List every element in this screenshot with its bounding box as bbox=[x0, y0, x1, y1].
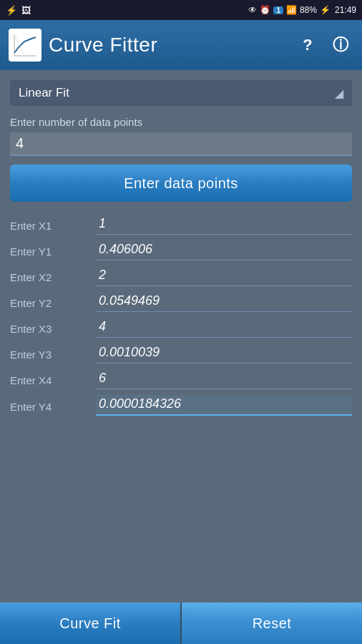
num-points-container[interactable] bbox=[10, 132, 352, 156]
field-label-1: Enter Y1 bbox=[10, 245, 96, 260]
field-input-2[interactable] bbox=[99, 268, 349, 283]
eye-icon: 👁 bbox=[248, 5, 257, 15]
fit-type-label: Linear Fit bbox=[19, 86, 69, 100]
field-input-container-0[interactable] bbox=[96, 215, 352, 235]
field-row: Enter X3 bbox=[10, 318, 352, 339]
field-input-0[interactable] bbox=[99, 216, 349, 231]
curve-fit-button[interactable]: Curve Fit bbox=[0, 602, 180, 644]
field-label-2: Enter X2 bbox=[10, 271, 96, 286]
svg-rect-0 bbox=[11, 31, 39, 59]
field-input-1[interactable] bbox=[99, 242, 349, 257]
image-icon: 🖼 bbox=[21, 5, 31, 16]
field-row: Enter X2 bbox=[10, 266, 352, 288]
field-row: Enter Y4 bbox=[10, 395, 352, 417]
battery-text: 88% bbox=[300, 5, 317, 15]
field-input-7[interactable] bbox=[99, 396, 349, 411]
field-row: Enter X4 bbox=[10, 369, 352, 391]
field-input-container-3[interactable] bbox=[96, 292, 352, 312]
field-label-4: Enter X3 bbox=[10, 323, 96, 338]
num-points-label: Enter number of data points bbox=[10, 116, 352, 128]
field-label-5: Enter Y3 bbox=[10, 348, 96, 364]
field-input-container-7[interactable] bbox=[96, 395, 352, 416]
usb-icon: ⚡ bbox=[6, 5, 17, 16]
field-input-5[interactable] bbox=[99, 345, 349, 360]
field-input-3[interactable] bbox=[99, 293, 349, 308]
field-input-4[interactable] bbox=[99, 319, 349, 334]
field-row: Enter Y3 bbox=[10, 343, 352, 365]
app-header: Curve Fitter ? ⓘ bbox=[0, 20, 362, 70]
num-points-input[interactable] bbox=[16, 135, 346, 152]
field-input-6[interactable] bbox=[99, 371, 349, 386]
logo-icon bbox=[11, 31, 39, 59]
field-label-3: Enter Y2 bbox=[10, 297, 96, 312]
notification-badge: 1 bbox=[273, 6, 283, 14]
field-row: Enter Y2 bbox=[10, 292, 352, 313]
field-input-container-2[interactable] bbox=[96, 266, 352, 286]
field-input-container-4[interactable] bbox=[96, 318, 352, 338]
field-input-container-6[interactable] bbox=[96, 369, 352, 389]
info-button[interactable]: ⓘ bbox=[328, 32, 353, 58]
field-input-container-5[interactable] bbox=[96, 343, 352, 364]
battery-icon: ⚡ bbox=[320, 5, 331, 15]
signal-icon: 📶 bbox=[286, 5, 297, 15]
field-row: Enter Y1 bbox=[10, 240, 352, 262]
field-label-6: Enter X4 bbox=[10, 374, 96, 389]
status-bar: ⚡ 🖼 👁 ⏰ 1 📶 88% ⚡ 21:49 bbox=[0, 0, 362, 20]
status-icons-right: 👁 ⏰ 1 📶 88% ⚡ 21:49 bbox=[248, 5, 356, 15]
reset-button[interactable]: Reset bbox=[182, 602, 362, 644]
enter-data-points-button[interactable]: Enter data points bbox=[10, 165, 352, 202]
alarm-icon: ⏰ bbox=[260, 5, 270, 15]
fit-type-selector[interactable]: Linear Fit ◢ bbox=[10, 80, 352, 106]
field-label-0: Enter X1 bbox=[10, 220, 96, 235]
data-fields-container: Enter X1Enter Y1Enter X2Enter Y2Enter X3… bbox=[10, 215, 352, 421]
bottom-bar: Curve Fit Reset bbox=[0, 602, 362, 644]
field-input-container-1[interactable] bbox=[96, 240, 352, 260]
field-label-7: Enter Y4 bbox=[10, 401, 96, 416]
app-logo bbox=[9, 29, 41, 62]
main-content: Linear Fit ◢ Enter number of data points… bbox=[0, 70, 362, 602]
time-display: 21:49 bbox=[335, 5, 356, 15]
help-button[interactable]: ? bbox=[295, 32, 321, 58]
app-title: Curve Fitter bbox=[49, 34, 288, 57]
dropdown-arrow-icon: ◢ bbox=[335, 87, 343, 100]
field-row: Enter X1 bbox=[10, 215, 352, 236]
status-icons-left: ⚡ 🖼 bbox=[6, 5, 31, 16]
